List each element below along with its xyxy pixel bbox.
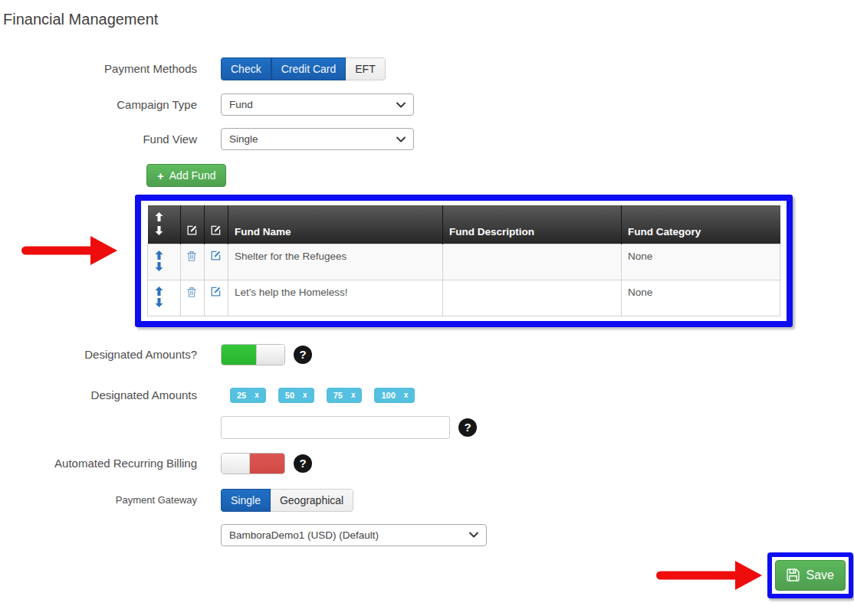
- table-row: Let's help the Homeless! None: [148, 280, 780, 316]
- campaign-type-label: Campaign Type: [3, 98, 197, 112]
- fund-description-cell: [443, 280, 622, 316]
- designated-amount-input-row: ?: [3, 416, 854, 439]
- tag-remove-button[interactable]: x: [303, 391, 307, 399]
- designated-amount-input[interactable]: [221, 416, 450, 439]
- payment-gateway-group: Single Geographical: [221, 489, 353, 512]
- edit-cell: [205, 244, 228, 280]
- gateway-account-value: BamboraDemo1 (USD) (Default): [229, 529, 379, 541]
- fund-category-cell: None: [622, 280, 780, 316]
- edit-icon: [187, 226, 197, 238]
- move-down-button[interactable]: [155, 262, 163, 271]
- move-down-button[interactable]: [155, 298, 163, 307]
- designated-amount-tag: 100 x: [374, 388, 415, 403]
- page-title: Financial Management: [3, 11, 854, 28]
- help-icon[interactable]: ?: [294, 346, 312, 364]
- chevron-down-icon: [396, 102, 406, 108]
- delete-cell: [181, 244, 205, 280]
- payment-gateway-single-button[interactable]: Single: [221, 489, 271, 512]
- arb-label: Automated Recurring Billing: [3, 457, 197, 470]
- plus-icon: +: [157, 169, 164, 182]
- edit-fund-button[interactable]: [211, 287, 221, 297]
- designated-amounts-label: Designated Amounts: [3, 388, 197, 402]
- campaign-type-value: Fund: [229, 99, 253, 110]
- fund-name-column-header: Fund Name: [228, 205, 443, 244]
- gateway-account-select[interactable]: BamboraDemo1 (USD) (Default): [221, 524, 487, 546]
- move-up-button[interactable]: [155, 251, 163, 260]
- move-up-icon: [155, 212, 163, 224]
- funds-table: Fund Name Fund Description Fund Category: [147, 205, 780, 316]
- save-section: Save: [3, 552, 854, 601]
- add-fund-row: + Add Fund: [146, 164, 854, 187]
- payment-method-check-button[interactable]: Check: [221, 57, 271, 80]
- delete-cell: [181, 280, 205, 316]
- edit-column-header: [205, 205, 228, 244]
- funds-table-section: Fund Name Fund Description Fund Category: [135, 195, 793, 327]
- fund-view-row: Fund View Single: [3, 128, 854, 150]
- designated-amounts-row: Designated Amounts 25 x 50 x 75 x 100 x: [3, 388, 854, 403]
- annotation-arrow-save: [656, 561, 762, 590]
- add-fund-label: Add Fund: [169, 169, 216, 182]
- tag-value: 75: [333, 391, 343, 400]
- move-column-header: [148, 205, 181, 244]
- payment-methods-group: Check Credit Card EFT: [221, 57, 386, 80]
- tag-remove-button[interactable]: x: [351, 391, 356, 399]
- tag-remove-button[interactable]: x: [255, 391, 259, 399]
- move-down-icon: [155, 226, 163, 238]
- fund-name-cell: Let's help the Homeless!: [228, 280, 443, 316]
- payment-method-credit-card-button[interactable]: Credit Card: [271, 57, 347, 80]
- chevron-down-icon: [469, 532, 478, 538]
- payment-method-eft-button[interactable]: EFT: [346, 57, 385, 80]
- fund-category-column-header: Fund Category: [622, 205, 780, 244]
- tag-value: 25: [237, 391, 246, 400]
- move-cell: [148, 244, 181, 280]
- edit-icon: [211, 226, 221, 238]
- campaign-type-select[interactable]: Fund: [221, 93, 414, 116]
- designated-amount-tag: 50 x: [278, 388, 314, 403]
- help-icon[interactable]: ?: [458, 418, 477, 437]
- payment-gateway-label: Payment Gateway: [3, 494, 197, 506]
- designated-amounts-toggle-label: Designated Amounts?: [3, 348, 197, 362]
- fund-view-select[interactable]: Single: [221, 128, 414, 150]
- designated-amounts-toggle[interactable]: [221, 344, 285, 365]
- table-row: Shelter for the Refugees None: [148, 244, 780, 280]
- fund-name-cell: Shelter for the Refugees: [228, 244, 443, 280]
- delete-column-header: [181, 205, 205, 244]
- delete-fund-button[interactable]: [187, 251, 196, 261]
- designated-amounts-toggle-row: Designated Amounts? ?: [3, 344, 854, 365]
- financial-management-page: Financial Management Payment Methods Che…: [0, 0, 854, 616]
- fund-view-value: Single: [229, 133, 258, 145]
- tag-remove-button[interactable]: x: [404, 391, 409, 399]
- fund-view-label: Fund View: [3, 133, 197, 146]
- tag-value: 50: [285, 391, 294, 400]
- move-up-button[interactable]: [155, 287, 163, 296]
- gateway-account-row: BamboraDemo1 (USD) (Default): [3, 524, 854, 546]
- annotation-arrow-funds-table: [21, 236, 117, 265]
- add-fund-button[interactable]: + Add Fund: [146, 164, 226, 187]
- payment-gateway-geographical-button[interactable]: Geographical: [271, 489, 353, 512]
- chevron-down-icon: [396, 136, 406, 143]
- edit-fund-button[interactable]: [211, 251, 221, 260]
- arb-row: Automated Recurring Billing ?: [3, 453, 854, 474]
- move-cell: [148, 280, 181, 316]
- fund-description-column-header: Fund Description: [443, 205, 622, 244]
- payment-methods-row: Payment Methods Check Credit Card EFT: [3, 57, 854, 80]
- payment-gateway-row: Payment Gateway Single Geographical: [3, 489, 854, 512]
- designated-amount-tag: 75 x: [327, 388, 363, 403]
- campaign-type-row: Campaign Type Fund: [3, 93, 854, 116]
- fund-category-cell: None: [622, 244, 780, 280]
- fund-description-cell: [443, 244, 622, 280]
- delete-fund-button[interactable]: [187, 287, 196, 297]
- help-icon[interactable]: ?: [294, 454, 312, 473]
- edit-cell: [205, 280, 228, 316]
- automated-recurring-billing-toggle[interactable]: [221, 453, 285, 474]
- save-label: Save: [806, 568, 834, 582]
- save-icon: [787, 568, 800, 582]
- tag-value: 100: [381, 391, 395, 400]
- designated-amount-tag: 25 x: [230, 388, 266, 403]
- save-highlight-box: Save: [767, 552, 853, 598]
- funds-table-highlight-box: Fund Name Fund Description Fund Category: [135, 195, 793, 327]
- designated-amount-tags: 25 x 50 x 75 x 100 x: [230, 388, 415, 403]
- payment-methods-label: Payment Methods: [3, 62, 197, 76]
- save-button[interactable]: Save: [775, 560, 846, 591]
- funds-table-header-row: Fund Name Fund Description Fund Category: [148, 205, 780, 244]
